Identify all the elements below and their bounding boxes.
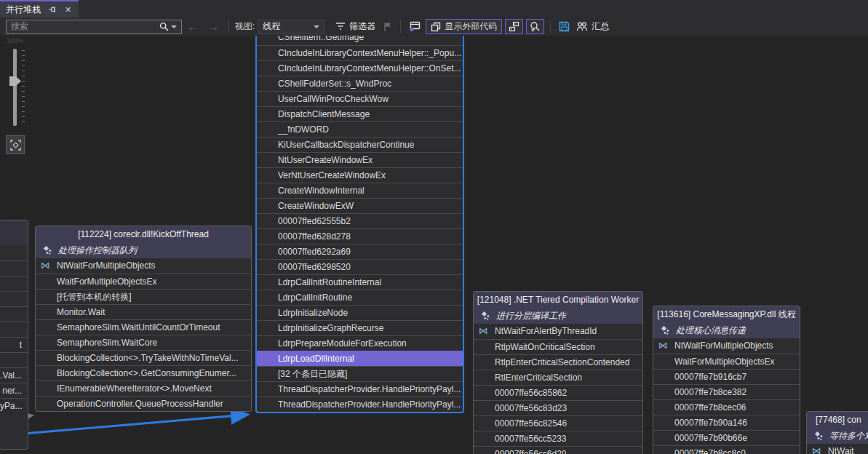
stack-frame[interactable]: 00007ffed6292a69 (257, 244, 463, 259)
stack-frame[interactable]: 00007ffe7b8cec06 (653, 399, 800, 415)
stack-frame[interactable]: __fnDWORD (257, 122, 463, 137)
view-dropdown[interactable]: 线程 (258, 20, 324, 34)
thread-activity-label: 处理核心消息传递 (676, 324, 746, 337)
stack-frame[interactable] (0, 352, 28, 367)
stack-frame[interactable]: RtlEnterCriticalSection (474, 370, 642, 385)
stack-frame[interactable] (0, 276, 28, 291)
stack-frame[interactable]: LdrpInitializeNode (257, 305, 463, 320)
zoom-slider-track[interactable] (13, 49, 17, 126)
stack-frame[interactable]: LdrpPrepareModuleForExecution (257, 335, 463, 351)
forward-button[interactable]: → (203, 20, 224, 34)
stack-frame[interactable]: SemaphoreSlim.WaitCore (36, 335, 251, 350)
stack-frame[interactable]: 00007ffe56c82546 (474, 415, 642, 431)
stack-frame[interactable]: t (0, 337, 28, 352)
search-input[interactable]: 搜索 (6, 20, 182, 34)
stack-frame[interactable]: ThreadDispatcherProvider.HandlePriorityP… (257, 397, 463, 412)
summary-button[interactable]: 汇总 (573, 20, 612, 33)
stack-frame[interactable]: LdrpInitializeGraphRecurse (257, 320, 463, 335)
back-button[interactable]: ← (182, 20, 203, 34)
stack-frame-label: 00007ffe56c85862 (495, 388, 567, 398)
stack-frame[interactable] (0, 260, 28, 276)
stack-frame[interactable]: LdrpLoadDllInternal (257, 351, 463, 366)
view-label: 视图: (235, 20, 255, 33)
stack-frame[interactable]: yPa... (0, 398, 28, 413)
zoom-search-toggle[interactable] (526, 19, 544, 34)
zoom-slider-thumb[interactable] (9, 76, 21, 86)
stack-frame[interactable] (0, 306, 28, 322)
autoscroll-frames-toggle[interactable] (505, 19, 523, 34)
zoom-slider[interactable] (3, 49, 28, 130)
stack-frame-label: BlockingCollection<>.GetConsumingEnumer.… (57, 368, 236, 378)
stack-frame[interactable]: 00007ffe56c85862 (474, 385, 642, 400)
stack-frame[interactable]: 00007ffe7b8cc8c0 (653, 445, 800, 454)
close-icon[interactable]: ✕ (63, 5, 73, 15)
method-view-button[interactable] (405, 21, 424, 32)
stack-frame[interactable]: Monitor.Wait (36, 304, 251, 319)
stack-frame[interactable]: ⋈NtWaitForMultipleObjects (653, 338, 800, 354)
show-external-code-toggle[interactable]: 显示外部代码 (426, 19, 502, 34)
stack-frame[interactable]: SemaphoreSlim.WaitUntilCountOrTimeout (36, 319, 251, 335)
stack-frame-label: LdrpCallInitRoutineInternal (278, 277, 381, 287)
stack-frame[interactable]: CreateWindowInternal (257, 183, 463, 198)
stack-frame-label: CreateWindowInternal (278, 186, 365, 196)
stack-frame[interactable]: 00007ffed6298520 (257, 259, 463, 274)
tab-bar: 并行堆栈 ✕ (0, 0, 868, 17)
stack-box-121048: [121048] .NET Tiered Compilation Worker … (473, 291, 643, 454)
stack-frame[interactable]: 00007ffe7b90a146 (653, 415, 800, 430)
stack-frame[interactable]: [托管到本机的转换] (36, 289, 251, 304)
stack-frame[interactable]: IEnumerableWhereIterator<>.MoveNext (36, 381, 251, 396)
stack-frame[interactable]: CIncludeInLibraryContextMenuHelper::_Pop… (257, 45, 463, 60)
stack-frame[interactable]: CShellItem::GetImage (257, 36, 463, 45)
stack-frame[interactable]: ThreadDispatcherProvider.HandlePriorityP… (257, 381, 463, 397)
stack-frame[interactable]: CIncludeInLibraryContextMenuHelper::OnSe… (257, 60, 463, 76)
stack-frame[interactable]: KiUserCallbackDispatcherContinue (257, 137, 463, 152)
stack-frame[interactable]: OperationController.QueueProcessHandler (36, 396, 251, 411)
stack-frame[interactable] (0, 291, 28, 306)
stack-frame[interactable]: 00007ffed628d278 (257, 228, 463, 244)
search-icon[interactable] (155, 22, 181, 31)
stack-frame[interactable]: ⋈NtWait (807, 444, 868, 454)
stack-frame[interactable]: RtlpWaitOnCriticalSection (474, 339, 642, 354)
stack-frame-label: [32 个条目已隐藏] (278, 369, 347, 379)
stack-frame[interactable]: LdrpCallInitRoutineInternal (257, 274, 463, 290)
stack-frame[interactable]: .Val... (0, 367, 28, 383)
stack-frame[interactable]: VerNtUserCreateWindowEx (257, 167, 463, 183)
flag-button[interactable] (379, 22, 396, 32)
stack-frame[interactable]: 00007ffe7b90b66e (653, 430, 800, 445)
stack-frame-label: ner... (2, 386, 22, 396)
stack-frame[interactable]: BlockingCollection<>.GetConsumingEnumer.… (36, 365, 251, 381)
stack-frame[interactable]: WaitForMultipleObjectsEx (653, 354, 800, 369)
stack-frame[interactable]: UserCallWinProcCheckWow (257, 91, 463, 106)
stack-frame[interactable]: BlockingCollection<>.TryTakeWithNoTimeVa… (36, 350, 251, 365)
stacks-canvas[interactable]: 100% t.Val...ner...yPa... [112224] corec… (0, 36, 868, 454)
stack-frame[interactable]: 00007ffe56cc5233 (474, 431, 642, 446)
stack-frame[interactable]: 00007ffed62555b2 (257, 213, 463, 228)
stack-frame[interactable]: 00007ffe7b8ce382 (653, 384, 800, 399)
stack-frame-label: 00007ffe56cc5233 (495, 434, 567, 444)
stack-frame[interactable] (0, 245, 28, 260)
stack-frame[interactable]: ⋈NtWaitForMultipleObjects (36, 258, 251, 274)
pin-icon[interactable] (47, 5, 57, 15)
stack-frame[interactable]: 00007ffe7b916cb7 (653, 369, 800, 384)
group-icon (576, 21, 588, 32)
tab-parallel-stacks[interactable]: 并行堆栈 ✕ (0, 0, 79, 17)
stack-frame[interactable]: RtlpEnterCriticalSectionContended (474, 354, 642, 370)
stack-frame[interactable]: WaitForMultipleObjectsEx (36, 274, 251, 289)
stack-frame[interactable]: 00007ffe56cc6d20 (474, 446, 642, 454)
stack-frame[interactable]: [32 个条目已隐藏] (257, 366, 463, 381)
thread-activity-row: 处理操作控制器队列 (36, 243, 251, 258)
save-button[interactable] (555, 21, 573, 32)
stack-frame[interactable]: CreateWindowExW (257, 198, 463, 213)
stack-frame-label: yPa... (0, 401, 23, 411)
zoom-to-fit-button[interactable] (6, 135, 25, 154)
stack-frame[interactable]: 00007ffe56c83d23 (474, 400, 642, 415)
stack-frame[interactable]: NtUserCreateWindowEx (257, 152, 463, 167)
stack-frame[interactable]: ⋈NtWaitForAlertByThreadId (474, 324, 642, 339)
stack-frame[interactable]: LdrpCallInitRoutine (257, 290, 463, 305)
stack-frame[interactable]: DispatchClientMessage (257, 106, 463, 122)
toolbar: 搜索 ← → 视图: 线程 筛选器 显示外部代码 (0, 17, 868, 36)
filter-button[interactable]: 筛选器 (332, 20, 379, 33)
stack-frame[interactable] (0, 322, 28, 337)
stack-frame[interactable]: CShellFolderSet::s_WndProc (257, 76, 463, 91)
stack-frame[interactable]: ner... (0, 383, 28, 398)
